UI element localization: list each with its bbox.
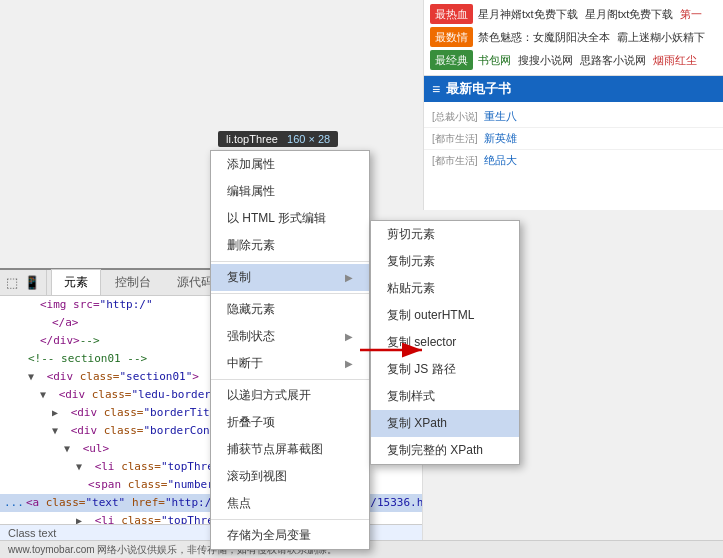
ebook-item-2: [都市生活] 新英雄 — [424, 128, 723, 150]
context-menu-item-expand[interactable]: 以递归方式展开 — [211, 382, 369, 409]
context-menu-item-force-state[interactable]: 强制状态▶ — [211, 323, 369, 350]
hot-sections: 最热血 星月神婿txt免费下载 星月阁txt免费下载 第一 最数情 禁色魅惑：女… — [424, 0, 723, 77]
submenu-copy-elem[interactable]: 复制元素 — [371, 248, 519, 275]
ebook-item-1: [总裁小说] 重生八 — [424, 106, 723, 128]
tag-open: <img src= — [40, 298, 100, 311]
context-menu: 添加属性 编辑属性 以 HTML 形式编辑 删除元素 复制 ▶ 隐藏元素 强制状… — [210, 150, 370, 550]
hot-links-1: 星月神婿txt免费下载 星月阁txt免费下载 第一 — [478, 5, 702, 23]
ebook-link-3[interactable]: 绝品大 — [484, 153, 517, 168]
hot-row-2: 最数情 禁色魅惑：女魔阴阳决全本 霸上迷糊小妖精下 — [430, 27, 717, 47]
hot-link-1-1[interactable]: 星月神婿txt免费下载 — [478, 8, 578, 20]
context-menu-item-store-global[interactable]: 存储为全局变量 — [211, 522, 369, 549]
ebook-tag-1: [总裁小说] — [432, 110, 478, 124]
copy-submenu-arrow: ▶ — [345, 272, 353, 283]
devtools-mobile-icon[interactable]: 📱 — [24, 275, 40, 290]
submenu-copy-xpath[interactable]: 复制 XPath — [371, 410, 519, 437]
tooltip-size: 160 × 28 — [287, 133, 330, 145]
devtools-cursor-icon[interactable]: ⬚ — [6, 275, 18, 290]
context-menu-item-hide[interactable]: 隐藏元素 — [211, 296, 369, 323]
hot-link-3-2[interactable]: 搜搜小说网 — [518, 54, 573, 66]
submenu: 剪切元素 复制元素 粘贴元素 复制 outerHTML 复制 selector … — [370, 220, 520, 465]
element-tooltip: li.topThree 160 × 28 — [218, 131, 338, 147]
class-text-label: Class text — [8, 527, 56, 539]
tooltip-selector: li.topThree — [226, 133, 278, 145]
triangle-8[interactable]: ▼ — [52, 423, 64, 439]
submenu-paste[interactable]: 粘贴元素 — [371, 275, 519, 302]
copy-label: 复制 — [227, 269, 251, 286]
latest-ebook-title: 最新电子书 — [446, 80, 511, 98]
context-menu-item-focus[interactable]: 焦点 — [211, 490, 369, 517]
separator-2 — [211, 293, 369, 294]
submenu-copy-selector[interactable]: 复制 selector — [371, 329, 519, 356]
tag-close-a: </a> — [52, 316, 79, 329]
context-menu-item-copy[interactable]: 复制 ▶ — [211, 264, 369, 291]
badge-classic: 最经典 — [430, 50, 473, 70]
ebook-header-icon: ≡ — [432, 81, 440, 97]
submenu-copy-js-path[interactable]: 复制 JS 路径 — [371, 356, 519, 383]
submenu-cut[interactable]: 剪切元素 — [371, 221, 519, 248]
hot-link-1-3[interactable]: 第一 — [680, 8, 702, 20]
close-div-comment: </div> — [40, 334, 80, 347]
hot-link-3-3[interactable]: 思路客小说网 — [580, 54, 646, 66]
context-menu-item-screenshot[interactable]: 捕获节点屏幕截图 — [211, 436, 369, 463]
hot-link-3-4[interactable]: 烟雨红尘 — [653, 54, 697, 66]
hot-link-2-2[interactable]: 霸上迷糊小妖精下 — [617, 31, 705, 43]
context-menu-item-scroll[interactable]: 滚动到视图 — [211, 463, 369, 490]
triangle-6[interactable]: ▼ — [40, 387, 52, 403]
tab-console[interactable]: 控制台 — [103, 270, 163, 295]
submenu-copy-full-xpath[interactable]: 复制完整的 XPath — [371, 437, 519, 464]
latest-ebook-section: ≡ 最新电子书 [总裁小说] 重生八 [都市生活] 新英雄 [都市生活] 绝品大 — [423, 75, 723, 175]
ebook-link-2[interactable]: 新英雄 — [484, 131, 517, 146]
separator-4 — [211, 519, 369, 520]
badge-romantic: 最数情 — [430, 27, 473, 47]
context-menu-item-break-on[interactable]: 中断于▶ — [211, 350, 369, 377]
separator-1 — [211, 261, 369, 262]
ebook-items: [总裁小说] 重生八 [都市生活] 新英雄 [都市生活] 绝品大 — [424, 102, 723, 175]
ebook-link-1[interactable]: 重生八 — [484, 109, 517, 124]
hot-links-2: 禁色魅惑：女魔阴阳决全本 霸上迷糊小妖精下 — [478, 28, 705, 46]
tab-elements[interactable]: 元素 — [51, 269, 101, 295]
triangle-7[interactable]: ▶ — [52, 405, 64, 421]
selected-line-indicator: ... — [4, 495, 24, 511]
context-menu-item-collapse[interactable]: 折叠子项 — [211, 409, 369, 436]
submenu-copy-outer[interactable]: 复制 outerHTML — [371, 302, 519, 329]
triangle-5[interactable]: ▼ — [28, 369, 40, 385]
hot-links-3: 书包网 搜搜小说网 思路客小说网 烟雨红尘 — [478, 51, 697, 69]
ebook-tag-2: [都市生活] — [432, 132, 478, 146]
latest-ebook-header: ≡ 最新电子书 — [424, 76, 723, 102]
ebook-item-3: [都市生活] 绝品大 — [424, 150, 723, 171]
context-menu-item-add-attr[interactable]: 添加属性 — [211, 151, 369, 178]
badge-hot: 最热血 — [430, 4, 473, 24]
context-menu-item-delete[interactable]: 删除元素 — [211, 232, 369, 259]
separator-3 — [211, 379, 369, 380]
hot-link-2-1[interactable]: 禁色魅惑：女魔阴阳决全本 — [478, 31, 610, 43]
devtools-icons-row: ⬚ 📱 — [0, 270, 47, 295]
hot-row-1: 最热血 星月神婿txt免费下载 星月阁txt免费下载 第一 — [430, 4, 717, 24]
context-menu-item-edit-attr[interactable]: 编辑属性 — [211, 178, 369, 205]
hot-link-3-1[interactable]: 书包网 — [478, 54, 511, 66]
hot-row-3: 最经典 书包网 搜搜小说网 思路客小说网 烟雨红尘 — [430, 50, 717, 70]
comment-section01: <!-- section01 --> — [28, 352, 147, 365]
context-menu-item-edit-html[interactable]: 以 HTML 形式编辑 — [211, 205, 369, 232]
triangle-10[interactable]: ▼ — [76, 459, 88, 475]
triangle-9[interactable]: ▼ — [64, 441, 76, 457]
submenu-copy-style[interactable]: 复制样式 — [371, 383, 519, 410]
hot-link-1-2[interactable]: 星月阁txt免费下载 — [585, 8, 674, 20]
ebook-tag-3: [都市生活] — [432, 154, 478, 168]
